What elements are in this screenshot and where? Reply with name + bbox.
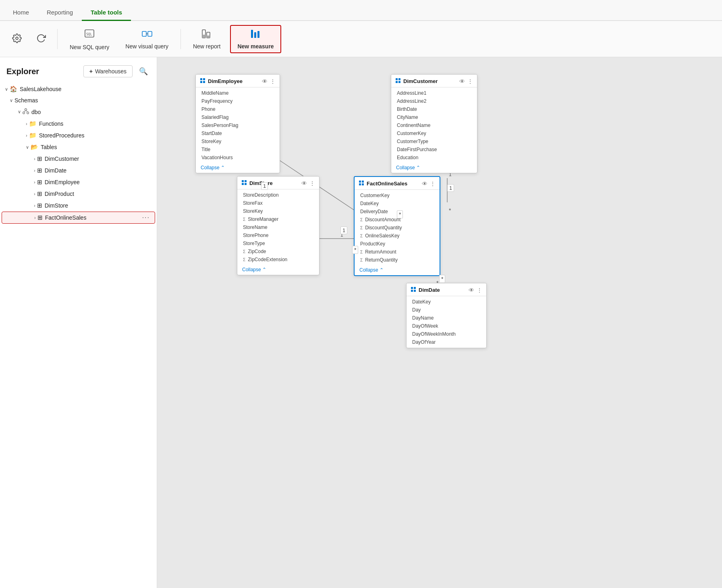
eye-icon-4[interactable]: 👁 <box>422 181 427 187</box>
chevron-right-icon: › <box>34 156 35 161</box>
table-grid-icon-2 <box>395 78 401 85</box>
table-card-factonlinesales[interactable]: FactOnlineSales 👁 ⋮ CustomerKey DateKey … <box>354 176 440 276</box>
table-row: StoreType <box>237 239 319 247</box>
tab-home[interactable]: Home <box>4 5 38 21</box>
search-button[interactable]: 🔍 <box>137 64 150 78</box>
explorer-actions: + Warehouses 🔍 <box>83 64 150 78</box>
eye-icon-2[interactable]: 👁 <box>459 78 465 85</box>
svg-rect-4 <box>148 31 152 36</box>
svg-rect-9 <box>207 35 210 38</box>
more-icon-2[interactable]: ⋮ <box>467 78 473 85</box>
more-icon-3[interactable]: ⋮ <box>309 180 315 187</box>
tree-item-tables[interactable]: ∨ 📂 Tables <box>2 141 155 153</box>
table-card-dimdate[interactable]: DimDate 👁 ⋮ DateKey Day DayName DayOfWee… <box>406 283 487 348</box>
refresh-button[interactable] <box>31 25 52 53</box>
grid-svg-icon-3 <box>241 180 247 185</box>
svg-rect-48 <box>411 287 413 289</box>
more-icon-5[interactable]: ⋮ <box>477 287 482 293</box>
tree-item-schemas[interactable]: ∨ Schemas <box>2 95 155 106</box>
new-report-label: New report <box>193 43 220 50</box>
collapse-link-dimemployee[interactable]: Collapse ⌃ <box>196 163 280 173</box>
table-header-dimdate: DimDate 👁 ⋮ <box>407 283 486 296</box>
tree-item-dimcustomer[interactable]: › ⊞ DimCustomer <box>2 153 155 164</box>
explorer-header: Explorer + Warehouses 🔍 <box>0 57 157 83</box>
visual-query-icon <box>141 28 153 41</box>
table-row: StoreKey <box>237 207 319 215</box>
tree-label-dimstore: DimStore <box>45 202 68 209</box>
svg-text:*: * <box>449 207 451 214</box>
settings-icon <box>12 33 22 43</box>
chevron-right-icon: › <box>34 215 36 220</box>
sigma-icon-8: Σ <box>360 258 363 262</box>
table-header-dimemployee: DimEmployee 👁 ⋮ <box>196 75 280 87</box>
table-card-dimcustomer[interactable]: DimCustomer 👁 ⋮ AddressLine1 AddressLine… <box>391 74 477 173</box>
table-row: PayFrequency <box>196 97 280 105</box>
tab-reporting[interactable]: Reporting <box>38 5 82 21</box>
plus-icon: + <box>89 68 93 75</box>
settings-button[interactable] <box>6 25 27 53</box>
context-menu-icon[interactable]: ··· <box>141 214 151 221</box>
svg-rect-51 <box>414 290 416 292</box>
tree-item-functions[interactable]: › 📁 Functions <box>2 118 155 129</box>
tab-table-tools[interactable]: Table tools <box>82 5 131 21</box>
tree-label-dimcustomer: DimCustomer <box>45 156 79 162</box>
tree-item-dbo[interactable]: ∨ dbo <box>2 106 155 118</box>
main-layout: Explorer + Warehouses 🔍 ∨ 🏠 SalesLakehou… <box>0 57 722 588</box>
tree-item-dimproduct[interactable]: › ⊞ DimProduct <box>2 188 155 199</box>
svg-rect-8 <box>202 35 205 38</box>
collapse-link-factonlinesales[interactable]: Collapse ⌃ <box>355 266 440 275</box>
sql-query-icon: SQL <box>84 28 95 39</box>
tree-item-factonlinesales[interactable]: › ⊞ FactOnlineSales ··· <box>2 212 155 224</box>
new-visual-query-button[interactable]: New visual query <box>119 25 175 53</box>
table-row: Phone <box>196 105 280 113</box>
folder-icon: 📁 <box>29 120 37 127</box>
table-row: Σ StoreManager <box>237 215 319 223</box>
ribbon: SQL New SQL query New visual query New r… <box>0 21 722 57</box>
table-card-dimemployee[interactable]: DimEmployee 👁 ⋮ MiddleName PayFrequency … <box>195 74 280 173</box>
tree-label-schemas: Schemas <box>15 97 38 104</box>
table-row: StoreName <box>237 223 319 231</box>
table-card-dimstore[interactable]: DimStore 👁 ⋮ StoreDescription StoreFax S… <box>237 176 320 275</box>
table-body-dimstore: StoreDescription StoreFax StoreKey Σ Sto… <box>237 189 319 265</box>
warehouses-button[interactable]: + Warehouses <box>83 65 133 77</box>
folder-open-icon: 📂 <box>31 143 38 151</box>
table-grid-icon-5 <box>411 287 416 293</box>
svg-rect-50 <box>411 290 413 292</box>
explorer-tree: ∨ 🏠 SalesLakehouse ∨ Schemas ∨ <box>0 83 157 588</box>
new-report-button[interactable]: New report <box>187 25 227 53</box>
table-icon-5: ⊞ <box>37 202 42 209</box>
eye-icon-3[interactable]: 👁 <box>301 180 307 187</box>
tree-item-saleslakehouse[interactable]: ∨ 🏠 SalesLakehouse <box>2 83 155 95</box>
more-icon-4[interactable]: ⋮ <box>430 181 436 187</box>
eye-icon[interactable]: 👁 <box>262 78 268 85</box>
report-icon <box>201 28 212 41</box>
ribbon-separator-2 <box>180 29 181 49</box>
collapse-link-dimcustomer[interactable]: Collapse ⌃ <box>391 163 477 173</box>
collapse-link-dimstore[interactable]: Collapse ⌃ <box>237 265 319 275</box>
svg-rect-38 <box>396 81 398 83</box>
tree-item-dimdate[interactable]: › ⊞ DimDate <box>2 165 155 176</box>
tree-item-storedprocedures[interactable]: › 📁 StoredProcedures <box>2 130 155 141</box>
chevron-right-icon: › <box>34 180 35 185</box>
more-icon[interactable]: ⋮ <box>270 78 276 85</box>
new-measure-button[interactable]: New measure <box>230 25 281 53</box>
svg-rect-40 <box>242 180 244 182</box>
visual-query-svg-icon <box>141 28 153 39</box>
tree-item-dimemployee[interactable]: › ⊞ DimEmployee <box>2 177 155 188</box>
svg-rect-47 <box>362 183 364 185</box>
table-row: CustomerType <box>391 137 477 145</box>
eye-icon-5[interactable]: 👁 <box>469 287 474 293</box>
svg-line-17 <box>26 111 28 112</box>
table-header-dimcustomer: DimCustomer 👁 ⋮ <box>391 75 477 87</box>
table-row: SalariedFlag <box>196 113 280 121</box>
ribbon-separator-1 <box>57 29 58 49</box>
table-header-dimstore: DimStore 👁 ⋮ <box>237 177 319 189</box>
table-icon: ⊞ <box>37 155 42 162</box>
tree-item-dimstore[interactable]: › ⊞ DimStore <box>2 200 155 211</box>
tree-label-storedprocedures: StoredProcedures <box>39 132 85 139</box>
sigma-icon-6: Σ <box>360 234 363 238</box>
sigma-icon-7: Σ <box>360 250 363 254</box>
new-sql-query-button[interactable]: SQL New SQL query <box>63 25 116 53</box>
chevron-right-icon: › <box>34 168 35 173</box>
svg-rect-34 <box>200 81 202 83</box>
